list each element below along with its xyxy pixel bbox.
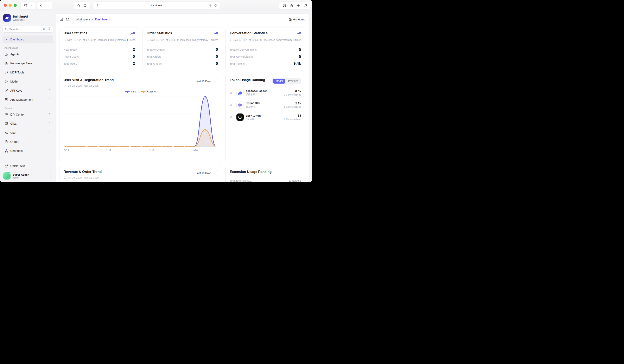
translate-icon[interactable]: A文	[208, 4, 212, 7]
model-name: deepseek-coder	[246, 89, 267, 93]
stat-row: Today's Orders 0	[147, 46, 218, 53]
info-icon	[147, 39, 149, 41]
sidebar-item-label: Knowledge Base	[10, 62, 32, 65]
nav-buttons-group	[37, 2, 52, 9]
sidebar-item-agents[interactable]: Agents	[2, 50, 53, 58]
store-icon	[4, 98, 8, 101]
info-icon	[230, 39, 233, 41]
sidebar-item-user[interactable]: User	[2, 129, 53, 137]
avatar	[3, 172, 11, 179]
breadcrumb-separator	[92, 19, 93, 20]
visit-range-selector[interactable]: Last 15 Days	[193, 78, 218, 84]
sidebar-item-orders[interactable]: Orders	[2, 138, 53, 146]
main-content: Workspace Dashboard Go Home User Statist…	[56, 11, 309, 182]
close-window-button[interactable]	[4, 4, 7, 7]
collapse-sidebar-icon[interactable]	[59, 18, 63, 21]
visit-register-chart[interactable]: Visit Register 10-2911-211-611-10	[64, 89, 218, 155]
sidebar-item-label: Orders	[10, 140, 19, 144]
sidebar-item-dashboard[interactable]: Dashboard	[2, 35, 53, 43]
stat-value: 9.4k	[293, 61, 301, 66]
svg-text:10-29: 10-29	[64, 149, 69, 152]
sidebar-toggle-group[interactable]	[21, 2, 35, 9]
stat-value: 0	[216, 54, 218, 59]
sidebar-item-label: App Management	[10, 98, 33, 101]
history-clock-icon[interactable]	[83, 4, 87, 7]
users-icon	[4, 131, 8, 135]
network-icon	[4, 149, 8, 153]
svg-text:11-6: 11-6	[149, 149, 154, 152]
chevron-right-icon	[49, 149, 51, 152]
stat-card-timestamp: Nov 12, 2025 at 03:54 PM	[230, 39, 262, 42]
sidebar-item-diy-center[interactable]: DIY Center	[2, 111, 53, 119]
sidebar-section-label: Agent Space	[4, 47, 53, 49]
sidebar-item-label: Chat	[10, 122, 17, 125]
search-icon	[5, 28, 8, 31]
forward-icon[interactable]	[47, 4, 50, 7]
revenue-trend-title: Revenue & Order Trend	[64, 170, 102, 174]
stat-card-1: Order Statistics Nov 12, 2025 at 03:54 P…	[142, 27, 222, 71]
legend-item-visit[interactable]: Visit	[125, 90, 136, 93]
zoom-window-button[interactable]	[14, 4, 17, 7]
chart-legend: Visit Register	[64, 90, 218, 93]
stat-label: Today's Orders	[147, 48, 165, 51]
token-ranking-card: Token Usage Ranking ModelProvider #1 dee…	[226, 74, 305, 163]
breadcrumb-workspace[interactable]: Workspace	[76, 18, 90, 21]
token-ranking-row[interactable]: #3 gpt-4.1-mini OpenAI 18 2 Conversation…	[230, 114, 301, 121]
breadcrumb-dashboard[interactable]: Dashboard	[95, 18, 110, 21]
stat-card-timestamp: Nov 12, 2025 at 03:54 PM	[64, 39, 96, 42]
bookmarks-star-icon[interactable]	[77, 4, 80, 7]
url-text[interactable]: localhost	[93, 4, 220, 7]
chevron-right-icon	[49, 131, 51, 134]
svg-text:文: 文	[210, 5, 211, 6]
chevron-down-icon[interactable]	[30, 4, 33, 7]
stat-label: Active Users	[64, 55, 79, 58]
tabs-copy-icon[interactable]	[304, 4, 307, 7]
search-input[interactable]: Search... ⌘ K	[2, 26, 53, 33]
stat-row: Total Orders 0	[147, 53, 218, 60]
tab-provider[interactable]: Provider	[285, 79, 300, 84]
chevron-right-icon	[49, 122, 51, 125]
area-chart[interactable]: 10-2911-211-611-10	[64, 89, 218, 154]
stat-value: 0	[133, 54, 135, 59]
status-dot	[9, 172, 11, 174]
extensions-total: Total Extensions:1	[230, 179, 252, 182]
sidebar-item-knowledge-base[interactable]: Knowledge Base	[2, 59, 53, 67]
sidebar-item-chat[interactable]: Chat	[2, 120, 53, 127]
stat-value: 2	[133, 47, 135, 52]
share-icon[interactable]	[289, 4, 293, 7]
token-ranking-row[interactable]: #2 qwen3-32b 通义千问 2.8k 1 Conversations	[230, 101, 301, 109]
stat-label: Total Conversations	[230, 55, 253, 58]
sidebar-item-official-site[interactable]: Official Site	[2, 162, 53, 170]
sidebar-item-mcp-tools[interactable]: MCP Tools	[2, 69, 53, 76]
sidebar-item-app-management[interactable]: App Management	[2, 96, 53, 104]
stat-card-title: Conversation Statistics	[230, 31, 268, 35]
go-home-button[interactable]: Go Home	[288, 18, 305, 21]
sidebar-item-label: API Keys	[10, 89, 22, 92]
chevron-right-icon	[49, 113, 51, 116]
stat-value: 5	[299, 54, 301, 59]
browser-sidebar-icon[interactable]	[24, 4, 27, 7]
refresh-icon[interactable]	[66, 18, 69, 21]
token-ranking-row[interactable]: #1 deepseek-coder 深度求索 6.6k 2 Conversati…	[230, 89, 301, 96]
minimize-window-button[interactable]	[9, 4, 12, 7]
reload-icon[interactable]	[214, 4, 217, 7]
planet-icon	[5, 16, 9, 20]
trending-up-icon	[213, 31, 218, 36]
settings-gear-icon[interactable]	[283, 4, 286, 7]
legend-item-register[interactable]: Register	[141, 90, 156, 93]
sidebar-item-model[interactable]: Model	[2, 78, 53, 85]
chevrons-up-down-icon[interactable]	[49, 174, 52, 177]
openai-icon	[236, 114, 244, 121]
external-link-icon	[4, 164, 8, 168]
sidebar-item-label: Dashboard	[10, 38, 25, 41]
user-profile-button[interactable]: Super Admin admin	[2, 171, 53, 180]
sidebar-item-channels[interactable]: Channels	[2, 147, 53, 155]
revenue-range-selector[interactable]: Last 15 Days	[193, 170, 218, 176]
token-count: 6.6k	[284, 90, 301, 93]
address-bar[interactable]: localhost A文	[93, 2, 220, 9]
new-tab-plus-icon[interactable]	[296, 4, 300, 7]
back-icon[interactable]	[39, 4, 43, 7]
tab-model[interactable]: Model	[273, 79, 285, 84]
sidebar-item-api-keys[interactable]: API Keys	[2, 87, 53, 95]
workspace-brand[interactable]: BuildingAI Workspace	[2, 13, 53, 22]
